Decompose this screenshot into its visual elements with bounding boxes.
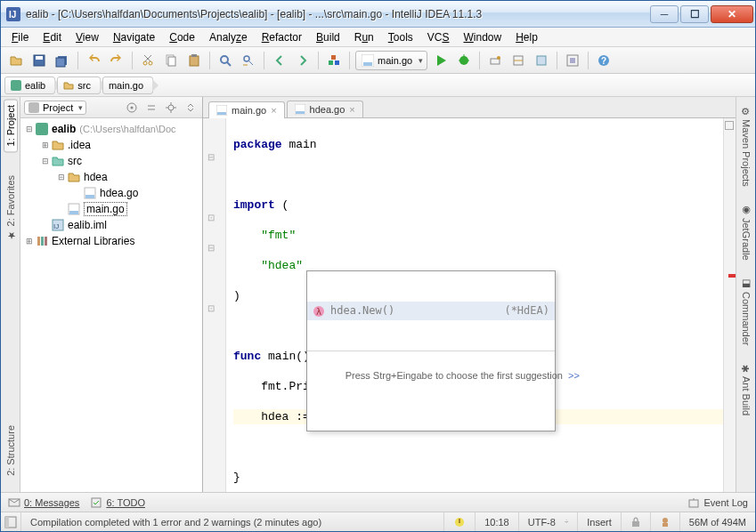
scroll-target-icon[interactable] [124,100,140,116]
debug-icon[interactable] [454,51,474,70]
settings-icon[interactable] [563,51,582,70]
close-button[interactable]: ✕ [711,5,753,23]
project-view-combo[interactable]: Project [24,101,86,115]
editor-tab-hdea[interactable]: hdea.go × [287,101,363,117]
tool-tab-messages[interactable]: 0: Messages [8,496,79,509]
close-tab-icon[interactable]: × [271,105,276,116]
go-file-icon [362,54,374,67]
menu-file[interactable]: File [4,29,36,45]
close-tab-icon[interactable]: × [349,104,354,115]
tool-tab-project[interactable]: 1: Project [4,99,18,152]
tool-tab-gradle[interactable]: ◉JetGradle [739,197,752,266]
help-icon[interactable]: ? [594,51,614,70]
hide-icon[interactable] [183,100,199,116]
tool-tab-maven[interactable]: ⚙Maven Projects [739,99,752,192]
paste-icon[interactable] [184,51,204,70]
completion-name: hdea.New() [330,303,394,318]
menu-vcs[interactable]: VCS [420,29,457,45]
menu-edit[interactable]: Edit [36,29,69,45]
fold-minus-icon[interactable]: ⊟ [207,243,215,253]
svg-rect-16 [335,60,339,65]
menu-refactor[interactable]: Refactor [255,29,309,45]
menu-window[interactable]: Window [456,29,508,45]
build-icon[interactable] [324,51,344,70]
cut-icon[interactable] [138,51,158,70]
profile-icon[interactable] [508,51,528,70]
tool-tab-ant[interactable]: ✱Ant Build [739,356,752,421]
save-icon[interactable] [29,51,49,70]
menu-build[interactable]: Build [309,29,347,45]
attach-icon[interactable] [485,51,505,70]
editor-error-stripe[interactable] [723,118,736,492]
inspection-eye-icon[interactable] [725,121,734,130]
fold-minus-icon[interactable]: ⊟ [207,152,215,162]
menu-tools[interactable]: Tools [381,29,420,45]
tree-iml-file[interactable]: IJ ealib.iml [20,217,202,233]
package-folder-icon [67,170,81,184]
code-editor[interactable]: package main import ( "fmt" "hdea" ) fun… [226,118,723,492]
find-icon[interactable] [215,51,235,70]
breadcrumb-src[interactable]: src [57,77,101,94]
tool-tab-todo[interactable]: 6: TODO [90,496,145,509]
tree-external-libraries[interactable]: ⊞ External Libraries [20,233,202,249]
menu-help[interactable]: Help [508,29,545,45]
svg-text:IJ: IJ [53,222,59,230]
window-title: ealib - [C:\Users\halfdan\Documents\Proj… [26,8,650,20]
svg-rect-17 [331,55,336,60]
expand-toggle-icon[interactable]: ⊟ [40,157,51,165]
tree-main-go[interactable]: main.go [20,201,202,217]
breadcrumb-project[interactable]: ealib [4,77,55,94]
expand-toggle-icon[interactable]: ⊟ [56,173,67,181]
menu-run[interactable]: Run [347,29,381,45]
menu-view[interactable]: View [69,29,106,45]
forward-icon[interactable] [293,51,313,70]
error-marker[interactable] [728,274,736,278]
svg-rect-11 [191,54,197,57]
minimize-button[interactable]: ─ [650,5,679,23]
back-icon[interactable] [270,51,289,70]
menu-navigate[interactable]: Navigate [106,29,162,45]
save-all-icon[interactable] [53,51,72,70]
status-corner-icon[interactable] [1,512,21,531]
tree-label: .idea [68,139,91,151]
toolbar-separator [132,52,133,69]
run-icon[interactable] [431,51,451,70]
expand-toggle-icon[interactable]: ⊟ [24,125,35,133]
editor-tabs: main.go × hdea.go × [203,97,736,118]
tool-tab-structure[interactable]: 2: Structure [4,420,17,481]
menu-code[interactable]: Code [162,29,202,45]
svg-point-35 [131,106,134,109]
fold-end-icon[interactable]: ⊡ [207,213,215,222]
expand-toggle-icon[interactable]: ⊞ [24,237,35,246]
tree-src-folder[interactable]: ⊟ src [20,153,202,169]
editor-tab-main[interactable]: main.go × [208,101,285,118]
tree-label: hdea.go [100,187,138,199]
redo-icon[interactable] [107,51,126,70]
open-file-icon[interactable] [6,51,26,70]
tree-hdea-folder[interactable]: ⊟ hdea [20,169,202,185]
replace-icon[interactable] [239,51,258,70]
collapse-all-icon[interactable] [143,100,159,116]
completion-item[interactable]: λ hdea.New() (*HdEA) [307,302,555,320]
expand-toggle-icon[interactable]: ⊞ [40,141,51,149]
coverage-icon[interactable] [532,51,551,70]
run-configuration-combo[interactable]: main.go [355,51,427,70]
gear-icon[interactable] [163,100,179,116]
menu-analyze[interactable]: Analyze [202,29,255,45]
tool-tab-favorites[interactable]: ★2: Favorites [4,170,17,246]
svg-text:?: ? [601,56,606,66]
tool-tab-commander[interactable]: ◧Commander [739,271,752,351]
project-tree[interactable]: ⊟ ealib (C:\Users\halfdan\Doc ⊞ .idea ⊟ … [20,118,202,492]
copy-icon[interactable] [161,51,181,70]
tree-idea-folder[interactable]: ⊞ .idea [20,137,202,153]
editor-gutter[interactable]: ⊟ ⊡ ⊟ ⊡ [203,118,226,492]
completion-popup: λ hdea.New() (*HdEA) Press Strg+Eingabe … [306,270,556,431]
breadcrumb-file[interactable]: main.go [102,77,153,94]
fold-end-icon[interactable]: ⊡ [207,303,215,313]
toolbar-separator [264,52,264,69]
tree-root[interactable]: ⊟ ealib (C:\Users\halfdan\Doc [20,121,202,137]
undo-icon[interactable] [84,51,103,70]
go-file-icon [216,105,227,116]
maximize-button[interactable]: ☐ [680,5,709,23]
tree-hdea-go[interactable]: hdea.go [20,185,202,201]
